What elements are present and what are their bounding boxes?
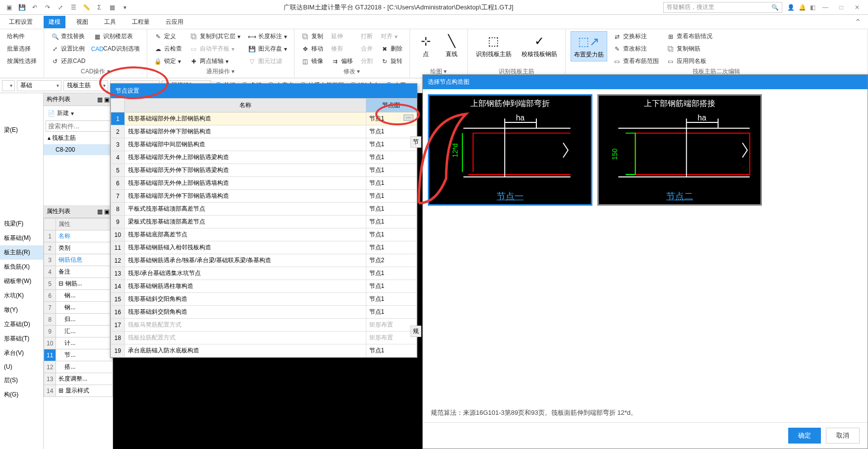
panel-icons-2[interactable]: ▦ ▣ <box>97 208 110 215</box>
prop-row-num[interactable]: 3 <box>44 254 56 266</box>
prop-row-name[interactable]: 钢... <box>56 290 113 302</box>
prop-row-name[interactable]: 归... <box>56 314 113 326</box>
node-row-value[interactable]: 节点1 <box>366 138 416 151</box>
lock-button[interactable]: 🔒锁定 ▾ <box>152 56 184 66</box>
node-row-value[interactable]: 节点1 <box>366 293 416 306</box>
cad-options-button[interactable]: CADCAD识别选项 <box>91 44 141 54</box>
move-button[interactable]: ✥移动 <box>299 44 325 54</box>
batch-select[interactable]: 批量选择 <box>5 44 39 54</box>
prop-row-num[interactable]: 14 <box>44 385 56 397</box>
copy-button[interactable]: ⿻复制 <box>299 31 325 42</box>
node-row-num[interactable]: 15 <box>111 293 125 306</box>
node-row-name[interactable]: 筏形基础端部外伸下部钢筋构造 <box>125 125 366 138</box>
copy-rebar-button[interactable]: ⿻复制钢筋 <box>665 44 714 54</box>
new-component-button[interactable]: 📄 新建 ▾ <box>46 108 76 118</box>
element-save-button[interactable]: 💾图元存盘 ▾ <box>246 44 289 54</box>
node-row-num[interactable]: 17 <box>111 319 125 332</box>
undo-icon[interactable]: ↶ <box>30 2 40 12</box>
swap-annotation-button[interactable]: ⇄交换标注 <box>611 31 661 42</box>
node-row-name[interactable]: 筏形基础底部高差节点 <box>125 228 366 241</box>
node-row-num[interactable]: 6 <box>111 177 125 190</box>
node-row-num[interactable]: 13 <box>111 267 125 280</box>
node-row-name[interactable]: 筏形基础端部无外伸下部钢筋遇梁构造 <box>125 164 366 177</box>
cloud-check-button[interactable]: ☁云检查 <box>152 44 184 54</box>
prop-row-name[interactable]: 类别 <box>56 242 113 254</box>
node-row-name[interactable]: 筏形基础斜交阴角构造 <box>125 306 366 319</box>
cat-lijichu[interactable]: 立基础(D) <box>0 317 43 332</box>
sum-icon[interactable]: Σ <box>94 2 104 12</box>
prop-row-name[interactable]: 钢筋信息 <box>56 254 113 266</box>
node-row-num[interactable]: 5 <box>111 164 125 177</box>
apply-same-name-button[interactable]: ▭应用同名板 <box>665 56 714 66</box>
copy-to-layers-button[interactable]: ⿻复制到其它层 ▾ <box>188 31 242 42</box>
prop-row-name[interactable]: 备注 <box>56 266 113 278</box>
node-row-name[interactable]: 筏板马凳筋配置方式 <box>125 319 366 332</box>
cat-dun[interactable]: 墩(Y) <box>0 303 43 317</box>
tab-modeling[interactable]: 建模 <box>44 16 65 28</box>
node-row-name[interactable]: 筏形基础端部中间层钢筋构造 <box>125 138 366 151</box>
cell-ellipsis-button[interactable]: ⋯ <box>404 114 413 121</box>
prop-row-num[interactable]: 5 <box>44 278 56 290</box>
prop-row-name[interactable]: 名称 <box>56 230 113 242</box>
prop-row-name[interactable]: 节... <box>56 349 113 361</box>
cat-xingjichu[interactable]: 形基础(T) <box>0 332 43 346</box>
node-row-num[interactable]: 3 <box>111 138 125 151</box>
restore-cad-button[interactable]: ↺还原CAD <box>49 56 87 66</box>
help-search[interactable]: 答疑解惑，搜这里 🔍 <box>663 2 782 13</box>
node-row-value[interactable]: 节点1 <box>366 151 416 164</box>
node-row-num[interactable]: 4 <box>111 151 125 164</box>
opt-component-type[interactable]: 筏板主筋 <box>63 80 108 91</box>
view-range-button[interactable]: ▭查看布筋范围 <box>611 56 661 66</box>
mirror-button[interactable]: ◫镜像 <box>299 56 325 66</box>
node-row-num[interactable]: 18 <box>111 332 125 344</box>
node-row-value[interactable]: 节点2 <box>366 254 416 267</box>
node-row-num[interactable]: 19 <box>111 344 125 357</box>
cat-banjichu[interactable]: 板基础(M) <box>0 231 43 245</box>
tree-parent[interactable]: ▴ 筏板主筋 <box>44 132 113 144</box>
cat-liang[interactable]: 梁(E) <box>0 123 43 137</box>
minimize-button[interactable]: — <box>819 4 831 11</box>
node-row-name[interactable]: 筏形基础端部无外伸上部钢筋遇墙构造 <box>125 177 366 190</box>
cat-ceng[interactable]: 层(S) <box>0 373 43 388</box>
tab-project-settings[interactable]: 工程设置 <box>4 16 38 28</box>
prop-row-name[interactable]: 汇... <box>56 326 113 337</box>
diagram-card-2[interactable]: 上下部钢筋端部搭接 ha 150 节点二 <box>597 94 762 206</box>
prop-row-num[interactable]: 8 <box>44 314 56 326</box>
node-row-value[interactable]: 节点1 <box>366 267 416 280</box>
node-row-value[interactable]: 节点1 <box>366 177 416 190</box>
node-row-num[interactable]: 8 <box>111 203 125 216</box>
node-row-value[interactable]: 节点1 <box>366 344 416 357</box>
node-row-num[interactable]: 10 <box>111 228 125 241</box>
rotate-button[interactable]: ↻旋转 <box>379 56 405 66</box>
dropdown-icon[interactable]: ▾ <box>120 2 130 12</box>
node-row-name[interactable]: 筏形基础端部无外伸上部钢筋遇梁构造 <box>125 151 366 164</box>
redo-icon[interactable]: ↷ <box>43 2 53 12</box>
point-button[interactable]: ⊹点 <box>415 31 437 60</box>
panel-icons[interactable]: ▦ ▣ <box>97 96 110 103</box>
group-label-modify[interactable]: 修改 ▾ <box>299 66 405 77</box>
report-icon[interactable]: ▦ <box>107 2 117 12</box>
zoom-icon[interactable]: ⤢ <box>56 2 65 12</box>
set-scale-button[interactable]: ⤢设置比例 <box>49 44 87 54</box>
prop-row-name[interactable]: ⊟ 钢筋... <box>56 278 113 290</box>
node-row-num[interactable]: 16 <box>111 306 125 319</box>
node-row-name[interactable]: 筏形基础钢筋锚入相邻筏板构造 <box>125 241 366 254</box>
ruler-icon[interactable]: 📏 <box>81 2 91 12</box>
node-row-value[interactable]: 节点1 <box>366 306 416 319</box>
node-row-value[interactable]: 节点1⋯ <box>366 112 416 125</box>
node-row-name[interactable]: 梁板式筏形基础顶部高差节点 <box>125 216 366 228</box>
ribbon-collapse[interactable]: ⌃ <box>855 17 864 27</box>
node-row-name[interactable]: 筏形基础钢筋遇柱墩构造 <box>125 280 366 293</box>
prop-row-num[interactable]: 13 <box>44 373 56 385</box>
bell-icon[interactable]: 🔔 <box>799 4 806 11</box>
user-icon[interactable]: 👤 <box>787 4 795 11</box>
group-label-cad[interactable]: CAD操作 ▾ <box>49 66 142 77</box>
prop-row-num[interactable]: 11 <box>44 349 56 361</box>
group-label-general[interactable]: 通用操作 ▾ <box>152 66 289 77</box>
node-row-num[interactable]: 2 <box>111 125 125 138</box>
prop-row-num[interactable]: 4 <box>44 266 56 278</box>
node-row-value[interactable]: 矩形布置 <box>366 319 416 332</box>
node-row-name[interactable]: 筏形基础端部无外伸下部钢筋遇墙构造 <box>125 190 366 203</box>
node-row-name[interactable]: 平板式筏形基础顶部高差节点 <box>125 203 366 216</box>
layers-icon[interactable]: ☰ <box>68 2 78 12</box>
